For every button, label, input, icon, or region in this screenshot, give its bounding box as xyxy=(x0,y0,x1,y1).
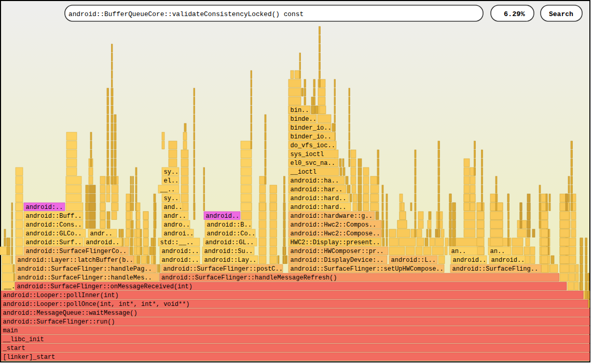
svg-text:android::hard..: android::hard.. xyxy=(291,204,347,211)
svg-text:android::Looper::pollOnce(int,: android::Looper::pollOnce(int, int*, int… xyxy=(3,301,190,308)
svg-text:sys_ioctl: sys_ioctl xyxy=(291,151,324,158)
svg-text:android::Surf..: android::Surf.. xyxy=(26,239,82,246)
svg-text:android::Layer::latchBuffer(b.: android::Layer::latchBuffer(b.. xyxy=(18,257,133,264)
svg-text:andr..: andr.. xyxy=(90,230,113,237)
svg-text:main: main xyxy=(3,327,18,334)
svg-text:andr..: andr.. xyxy=(164,213,186,220)
svg-text:android::BufferQueueCore::vali: android::BufferQueueCore::validateConsis… xyxy=(68,10,304,18)
svg-text:__ioctl: __ioctl xyxy=(290,169,316,176)
svg-text:__..: __.. xyxy=(160,186,175,193)
svg-text:android:..: android:.. xyxy=(162,248,199,255)
svg-text:android::SurfaceFlinger::handl: android::SurfaceFlinger::handleMessageRe… xyxy=(161,274,337,282)
svg-text:android::GLCo..: android::GLCo.. xyxy=(26,230,82,237)
svg-text:android::Lay..: android::Lay.. xyxy=(204,257,257,264)
svg-text:sy..: sy.. xyxy=(164,195,179,202)
svg-text:and..: and.. xyxy=(164,204,183,211)
svg-text:android::hard..: android::hard.. xyxy=(291,195,347,202)
svg-text:android::ha..: android::ha.. xyxy=(291,177,339,185)
svg-text:andro..: andro.. xyxy=(164,221,190,229)
svg-text:android::HWComposer::pr..: android::HWComposer::pr.. xyxy=(291,248,384,255)
svg-text:android..: android.. xyxy=(86,239,120,246)
svg-text:std::__..: std::__.. xyxy=(160,239,194,246)
svg-text:android::SurfaceFlinger::postC: android::SurfaceFlinger::postC.. xyxy=(163,265,283,273)
svg-text:__.: __. xyxy=(4,283,16,290)
svg-text:android..: android.. xyxy=(491,257,525,264)
svg-text:android::SurfaceFlinger::setUp: android::SurfaceFlinger::setUpHWCompose.… xyxy=(291,265,444,273)
svg-text:HWC2::Display::present..: HWC2::Display::present.. xyxy=(291,239,380,246)
svg-text:do_vfs_ioc..: do_vfs_ioc.. xyxy=(291,142,335,149)
svg-text:android::MessageQueue::waitMes: android::MessageQueue::waitMessage() xyxy=(3,310,137,317)
svg-text:android:..: android:.. xyxy=(162,257,199,264)
svg-text:android::Co..: android::Co.. xyxy=(207,230,256,237)
svg-text:android::DisplayDevice:..: android::DisplayDevice:.. xyxy=(291,257,384,264)
svg-text:android::GL..: android::GL.. xyxy=(205,239,254,246)
svg-text:android::SurfaceFlinger::handl: android::SurfaceFlinger::handleMes.. xyxy=(18,274,152,282)
svg-text:android..: android.. xyxy=(206,213,240,220)
svg-text:android:..: android:.. xyxy=(26,204,63,211)
svg-text:android::Hwc2::Compose..: android::Hwc2::Compose.. xyxy=(291,230,380,237)
svg-text:el0_svc_na..: el0_svc_na.. xyxy=(291,160,335,167)
svg-text:__libc_init: __libc_init xyxy=(3,336,44,343)
svg-text:android::hardware::g..: android::hardware::g.. xyxy=(291,213,373,220)
svg-text:an..: an.. xyxy=(451,248,466,255)
svg-text:android::SurfaceFlinger::run(): android::SurfaceFlinger::run() xyxy=(3,318,115,326)
svg-text:bin..: bin.. xyxy=(291,107,309,114)
svg-text:android::Hwc2::Compos..: android::Hwc2::Compos.. xyxy=(291,221,377,229)
svg-text:android..: android.. xyxy=(453,257,487,264)
svg-text:[linker]_start: [linker]_start xyxy=(3,354,56,361)
svg-text:6.29%: 6.29% xyxy=(504,10,525,18)
svg-text:binde..: binde.. xyxy=(291,116,316,123)
svg-text:android::Su..: android::Su.. xyxy=(204,248,253,255)
svg-text:android::SurfaceFlinger::handl: android::SurfaceFlinger::handlePag.. xyxy=(18,265,152,273)
svg-text:android::L..: android::L.. xyxy=(391,257,436,264)
svg-text:android::Buff..: android::Buff.. xyxy=(26,213,82,220)
svg-text:Search: Search xyxy=(549,10,573,18)
svg-text:android::Looper::pollInner(int: android::Looper::pollInner(int) xyxy=(3,292,119,299)
svg-text:sy..: sy.. xyxy=(164,169,179,176)
svg-text:android::B..: android::B.. xyxy=(207,221,252,229)
svg-text:android::SurfaceFlingerCo..: android::SurfaceFlingerCo.. xyxy=(26,248,127,255)
svg-text:an..: an.. xyxy=(490,248,505,255)
svg-text:el..: el.. xyxy=(164,177,179,185)
svg-text:binder_io..: binder_io.. xyxy=(291,124,332,132)
svg-text:android::SurfaceFling..: android::SurfaceFling.. xyxy=(452,265,539,273)
svg-text:android::SurfaceFlinger::onMes: android::SurfaceFlinger::onMessageReceiv… xyxy=(17,283,192,290)
svg-text:android::har..: android::har.. xyxy=(291,186,343,193)
svg-text:binder_io..: binder_io.. xyxy=(291,133,332,141)
svg-text:_start: _start xyxy=(3,345,25,352)
svg-text:android::Cons..: android::Cons.. xyxy=(26,221,82,229)
svg-text:androi..: androi.. xyxy=(164,230,194,237)
